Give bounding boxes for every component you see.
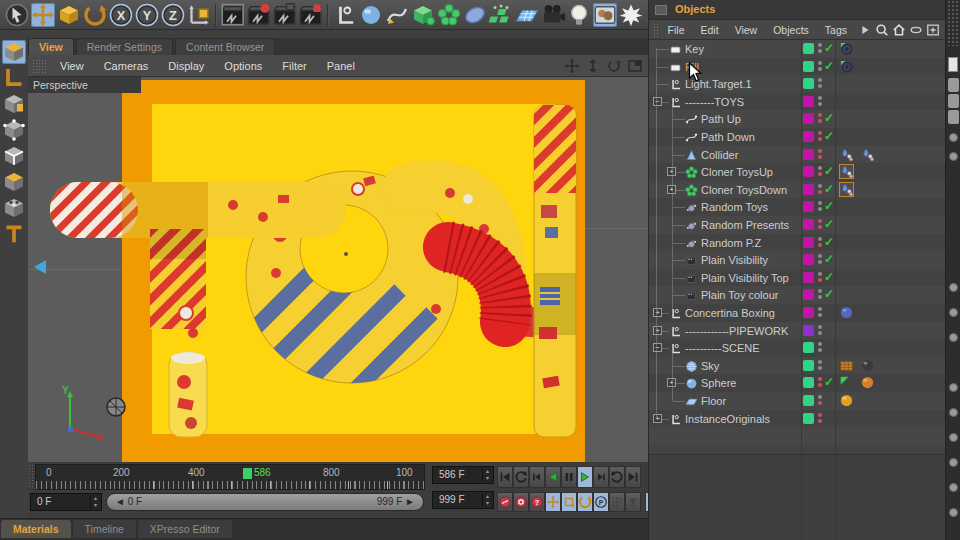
edge-button[interactable] bbox=[948, 94, 959, 108]
field-icon[interactable] bbox=[489, 3, 513, 27]
viewport[interactable]: Perspective Y bbox=[28, 77, 648, 462]
autokey-button[interactable] bbox=[513, 492, 529, 512]
range-left-arrow-icon[interactable]: ◄ bbox=[115, 496, 125, 507]
enabled-check-icon[interactable]: ✓ bbox=[824, 182, 834, 196]
object-label[interactable]: Collider bbox=[701, 149, 738, 161]
dynamics-tag-framed-icon[interactable] bbox=[839, 182, 854, 197]
objects-menu-file[interactable]: File bbox=[660, 24, 693, 36]
dynamics-tag-icon[interactable] bbox=[860, 147, 875, 162]
dynamics-tag-framed-icon[interactable] bbox=[839, 164, 854, 179]
object-label[interactable]: Concertina Boxing bbox=[685, 307, 775, 319]
play-forwards-button[interactable] bbox=[577, 466, 593, 488]
object-label[interactable]: Random P.Z bbox=[701, 237, 761, 249]
previous-frame-button[interactable] bbox=[529, 466, 545, 488]
enabled-check-icon[interactable]: ✓ bbox=[824, 199, 834, 213]
tree-row[interactable]: Path Down✓ bbox=[649, 128, 945, 146]
compositing-tag-icon[interactable] bbox=[839, 358, 854, 373]
preview-range-slider[interactable]: ◄ 0 F 999 F ► bbox=[106, 493, 424, 511]
camera-label[interactable]: Perspective bbox=[28, 77, 141, 93]
lock-z-icon[interactable]: Z bbox=[161, 3, 185, 27]
layer-filter-icon[interactable] bbox=[909, 23, 923, 37]
material-yellow-tag-icon[interactable] bbox=[839, 393, 854, 408]
metaball-icon[interactable] bbox=[463, 3, 487, 27]
render-picture-viewer-icon[interactable] bbox=[247, 3, 271, 27]
objects-menu-view[interactable]: View bbox=[727, 24, 766, 36]
layer-color-chip[interactable] bbox=[803, 166, 814, 177]
visibility-dots[interactable] bbox=[818, 254, 823, 266]
expand-toggle[interactable]: − bbox=[653, 343, 662, 352]
object-label[interactable]: InstanceOriginals bbox=[685, 413, 770, 425]
target-tag-icon[interactable] bbox=[839, 59, 854, 74]
visibility-dots[interactable] bbox=[818, 219, 823, 231]
points-mode-icon[interactable] bbox=[2, 118, 26, 142]
layer-color-chip[interactable] bbox=[803, 184, 814, 195]
texture-mode-icon[interactable] bbox=[2, 92, 26, 116]
enabled-check-icon[interactable]: ✓ bbox=[824, 41, 834, 55]
object-label[interactable]: Plain Visibility bbox=[701, 254, 768, 266]
layer-color-chip[interactable] bbox=[803, 43, 814, 54]
spline-pen-icon[interactable] bbox=[385, 3, 409, 27]
start-frame-field[interactable]: 0 F ▴▾ bbox=[30, 493, 102, 511]
search-icon[interactable] bbox=[875, 23, 889, 37]
lock-x-icon[interactable]: X bbox=[109, 3, 133, 27]
object-label[interactable]: Sky bbox=[701, 360, 719, 372]
record-parameter-button[interactable]: P bbox=[593, 492, 609, 512]
tree-row[interactable]: Random Toys✓ bbox=[649, 198, 945, 216]
bottom-tab-xpresso-editor[interactable]: XPresso Editor bbox=[138, 520, 232, 538]
tree-row[interactable]: Random Presents✓ bbox=[649, 216, 945, 234]
record-scale-button[interactable] bbox=[561, 492, 577, 512]
keyframe-presets-button[interactable] bbox=[625, 492, 641, 512]
objects-menu-edit[interactable]: Edit bbox=[693, 24, 727, 36]
visibility-dots[interactable] bbox=[818, 166, 823, 178]
layer-color-chip[interactable] bbox=[803, 307, 814, 318]
menubar-grip[interactable] bbox=[32, 59, 46, 73]
axis-mode-icon[interactable] bbox=[2, 222, 26, 246]
layer-color-chip[interactable] bbox=[803, 61, 814, 72]
panel-window-icon[interactable] bbox=[655, 5, 667, 15]
bottom-tab-timeline[interactable]: Timeline bbox=[73, 520, 136, 538]
material-blue-tag-icon[interactable] bbox=[839, 305, 854, 320]
layer-color-chip[interactable] bbox=[803, 289, 814, 300]
current-frame-marker[interactable] bbox=[243, 468, 252, 479]
visibility-dots[interactable] bbox=[818, 413, 823, 425]
material-orange-tag-icon[interactable] bbox=[860, 375, 875, 390]
visibility-dots[interactable] bbox=[818, 113, 823, 125]
play-backwards-button[interactable] bbox=[545, 466, 561, 488]
object-label[interactable]: Plain Visibility Top bbox=[701, 272, 789, 284]
enabled-check-icon[interactable]: ✓ bbox=[824, 252, 834, 266]
texture-axis-icon[interactable] bbox=[2, 196, 26, 220]
tree-row[interactable]: Key✓ bbox=[649, 40, 945, 58]
tree-row[interactable]: +Cloner ToysDown✓ bbox=[649, 181, 945, 199]
layer-color-chip[interactable] bbox=[803, 360, 814, 371]
object-label[interactable]: ----------SCENE bbox=[685, 342, 760, 354]
object-label[interactable]: Plain Toy colour bbox=[701, 289, 778, 301]
goto-start-button[interactable] bbox=[497, 466, 513, 488]
end-frame-field[interactable]: 999 F ▴▾ bbox=[432, 491, 494, 509]
render-team-icon[interactable] bbox=[273, 3, 297, 27]
light-object-icon[interactable] bbox=[567, 3, 591, 27]
enabled-check-icon[interactable]: ✓ bbox=[824, 164, 834, 178]
add-panel-icon[interactable] bbox=[926, 23, 940, 37]
visibility-dots[interactable] bbox=[818, 395, 823, 407]
tree-row[interactable]: Plain Visibility✓ bbox=[649, 251, 945, 269]
layer-color-chip[interactable] bbox=[803, 96, 814, 107]
render-settings-icon[interactable] bbox=[299, 3, 323, 27]
visibility-dots[interactable] bbox=[818, 61, 823, 73]
previous-key-button[interactable] bbox=[513, 466, 529, 488]
orbit-icon[interactable] bbox=[606, 58, 622, 74]
layer-color-chip[interactable] bbox=[803, 149, 814, 160]
object-label[interactable]: ------------PIPEWORK bbox=[685, 325, 788, 337]
viewport-menu-filter[interactable]: Filter bbox=[272, 60, 316, 72]
layer-color-chip[interactable] bbox=[803, 113, 814, 124]
tree-row[interactable]: Floor bbox=[649, 392, 945, 410]
layer-color-chip[interactable] bbox=[803, 131, 814, 142]
render-view-icon[interactable] bbox=[221, 3, 245, 27]
tab-render-settings[interactable]: Render Settings bbox=[76, 38, 173, 55]
tree-row[interactable]: +Cloner ToysUp✓ bbox=[649, 163, 945, 181]
visibility-dots[interactable] bbox=[818, 377, 823, 389]
layer-color-chip[interactable] bbox=[803, 237, 814, 248]
material-dark-tag-icon[interactable] bbox=[860, 358, 875, 373]
next-frame-button[interactable] bbox=[593, 466, 609, 488]
record-keyframe-button[interactable] bbox=[497, 492, 513, 512]
tree-row[interactable]: Collider bbox=[649, 146, 945, 164]
